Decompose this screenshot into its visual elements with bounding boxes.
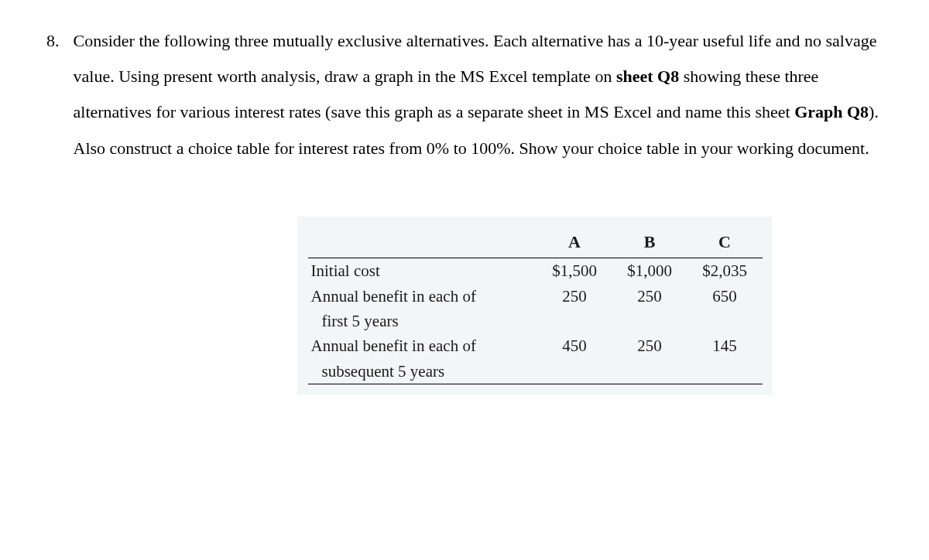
alternatives-table: A B C Initial cost $1,500 $1,000 $2,035 …	[308, 223, 763, 384]
question-bold-2: Graph Q8	[794, 102, 869, 121]
cell-value: 250	[612, 284, 687, 334]
header-blank	[308, 223, 537, 258]
table-row: Initial cost $1,500 $1,000 $2,035	[308, 258, 763, 284]
table-row: Annual benefit in each of 250 250 650	[308, 284, 763, 309]
cell-value: $1,500	[537, 258, 612, 284]
header-a: A	[537, 223, 612, 258]
cell-value: 250	[612, 333, 687, 384]
cell-value: 250	[537, 284, 612, 334]
table-header-row: A B C	[308, 223, 763, 258]
alternatives-table-container: A B C Initial cost $1,500 $1,000 $2,035 …	[46, 217, 883, 395]
cell-value: $1,000	[612, 258, 687, 284]
row-label-sub: subsequent 5 years	[308, 359, 537, 384]
row-label-sub: first 5 years	[308, 309, 537, 333]
question-number: 8.	[46, 23, 60, 59]
table-bottom-rule	[308, 384, 763, 385]
cell-value: 450	[537, 333, 612, 384]
row-label: Annual benefit in each of	[308, 333, 537, 358]
question-block: 8. Consider the following three mutually…	[46, 23, 883, 166]
row-label: Initial cost	[308, 258, 537, 284]
question-text: Consider the following three mutually ex…	[74, 23, 883, 166]
cell-value: 650	[687, 284, 763, 334]
cell-value: $2,035	[687, 258, 763, 284]
table-row: Annual benefit in each of 450 250 145	[308, 333, 763, 358]
row-label: Annual benefit in each of	[308, 284, 537, 309]
cell-value: 145	[687, 333, 763, 384]
header-b: B	[612, 223, 687, 258]
header-c: C	[687, 223, 763, 258]
question-bold-1: sheet Q8	[616, 67, 679, 86]
